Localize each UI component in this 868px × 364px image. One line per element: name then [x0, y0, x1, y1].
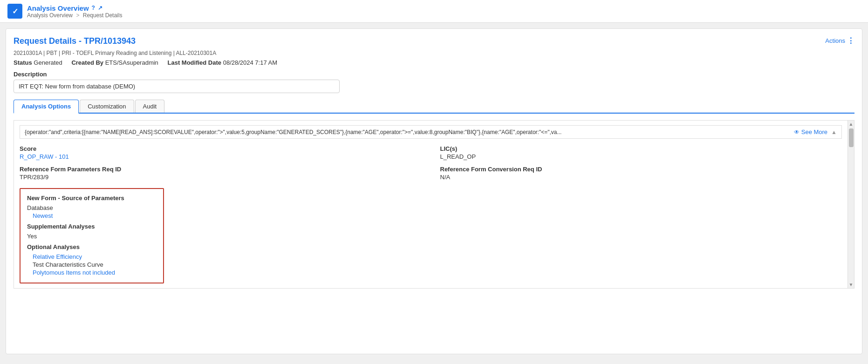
last-modified-value: 08/28/2024 7:17 AM: [223, 59, 277, 66]
description-box: IRT EQT: New form from database (DEMO): [14, 80, 340, 93]
optional-title: Optional Analyses: [27, 243, 157, 250]
page-title: Request Details - TPR/1013943: [14, 36, 136, 46]
created-by-label: Created By: [71, 59, 103, 66]
app-title-text: Analysis Overview: [27, 4, 89, 12]
optional-item-0: Relative Efficiency: [33, 253, 157, 260]
criteria-bar: {operator:"and",criteria:[{name:"NAME[RE…: [20, 125, 842, 139]
ref-conversion-label: Reference Form Conversion Req ID: [440, 166, 842, 173]
status-label: Status: [14, 59, 32, 66]
optional-item-2: Polytomous Items not included: [33, 269, 157, 276]
tab-content-main: {operator:"and",criteria:[{name:"NAME[RE…: [14, 121, 847, 288]
ref-params-label: Reference Form Parameters Req ID: [20, 166, 422, 173]
created-by-value: ETS/SAsuperadmin: [105, 59, 158, 66]
scroll-down-arrow[interactable]: ▼: [848, 281, 854, 288]
parameters-section: New Form - Source of Parameters Database…: [20, 188, 164, 283]
scrollbar[interactable]: ▲ ▼: [847, 121, 854, 288]
description-label: Description: [14, 71, 854, 78]
score-label: Score: [20, 145, 422, 152]
page-header: Request Details - TPR/1013943 Actions ⋮: [14, 36, 854, 46]
app-header: ✓ Analysis Overview ? ↗ Analysis Overvie…: [0, 0, 868, 23]
scroll-up-indicator: ▲: [831, 129, 837, 135]
optional-item-1: Test Characteristics Curve: [33, 261, 157, 268]
tab-content-area: {operator:"and",criteria:[{name:"NAME[RE…: [14, 120, 854, 289]
actions-label: Actions: [825, 37, 845, 44]
see-more-button[interactable]: 👁 See More: [794, 128, 827, 135]
tab-customization[interactable]: Customization: [80, 100, 134, 113]
score-value[interactable]: R_OP_RAW - 101: [20, 153, 422, 160]
last-modified-label: Last Modified Date: [167, 59, 221, 66]
actions-menu-icon: ⋮: [847, 36, 854, 45]
optional-section: Optional Analyses Relative Efficiency Te…: [27, 243, 157, 276]
ref-conversion-value: N/A: [440, 174, 842, 181]
detail-ref-conversion: Reference Form Conversion Req ID N/A: [440, 166, 842, 181]
detail-lics: LIC(s) L_READ_OP: [440, 145, 842, 160]
tab-analysis-options[interactable]: Analysis Options: [14, 100, 79, 114]
status-value: Generated: [34, 59, 62, 66]
lics-value: L_READ_OP: [440, 153, 842, 160]
supplemental-section: Supplemental Analyses Yes: [27, 223, 157, 240]
breadcrumb-home[interactable]: Analysis Overview: [27, 12, 73, 19]
supplemental-value: Yes: [27, 233, 157, 240]
breadcrumb: Analysis Overview > Request Details: [27, 12, 122, 19]
detail-ref-params: Reference Form Parameters Req ID TPR/283…: [20, 166, 422, 181]
see-more-label: See More: [801, 128, 827, 135]
lics-label: LIC(s): [440, 145, 842, 152]
source-label: Database: [27, 204, 157, 211]
ref-params-value: TPR/283/9: [20, 174, 422, 181]
scroll-up-arrow[interactable]: ▲: [848, 121, 854, 128]
parameters-section-title: New Form - Source of Parameters: [27, 195, 157, 202]
app-logo: ✓: [7, 4, 22, 19]
actions-button[interactable]: Actions ⋮: [825, 36, 854, 45]
see-more-icon: 👁: [794, 129, 800, 135]
main-content: Request Details - TPR/1013943 Actions ⋮ …: [6, 28, 862, 354]
page-subtitle: 20210301A | PBT | PRI - TOEFL Primary Re…: [14, 50, 854, 56]
help-icon[interactable]: ?: [92, 5, 95, 11]
details-grid: Score R_OP_RAW - 101 LIC(s) L_READ_OP Re…: [20, 145, 842, 181]
page-meta: Status Generated Created By ETS/SAsupera…: [14, 59, 854, 66]
detail-score: Score R_OP_RAW - 101: [20, 145, 422, 160]
breadcrumb-current: Request Details: [83, 12, 123, 19]
tab-audit[interactable]: Audit: [135, 100, 165, 113]
criteria-text: {operator:"and",criteria:[{name:"NAME[RE…: [25, 129, 790, 135]
external-link-icon[interactable]: ↗: [98, 5, 103, 11]
app-title-bar: Analysis Overview ? ↗: [27, 4, 122, 12]
tabs-bar: Analysis Options Customization Audit: [14, 100, 854, 114]
source-sub: Newest: [33, 212, 157, 219]
app-header-text: Analysis Overview ? ↗ Analysis Overview …: [27, 4, 122, 19]
supplemental-title: Supplemental Analyses: [27, 223, 157, 230]
scrollbar-thumb[interactable]: [849, 128, 854, 147]
breadcrumb-separator: >: [76, 12, 79, 19]
